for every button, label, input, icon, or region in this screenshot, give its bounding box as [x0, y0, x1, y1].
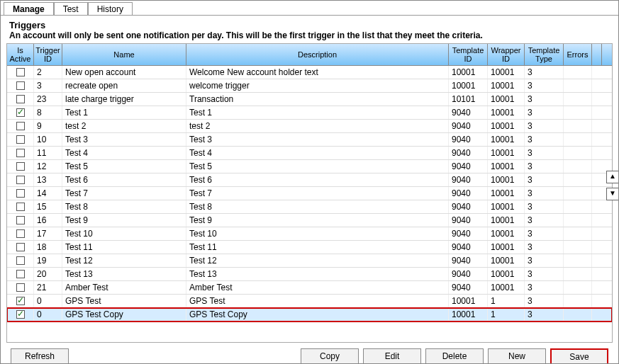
new-button[interactable]: New — [488, 348, 546, 364]
cell-name: Test 7 — [62, 187, 186, 200]
table-row[interactable]: 21Amber TestAmber Test9040100013 — [7, 281, 612, 295]
grid-body[interactable]: 2New open accountWelcome New account hol… — [7, 66, 612, 342]
save-button[interactable]: Save — [550, 348, 608, 364]
cell-template-id: 9040 — [449, 174, 488, 186]
header-name[interactable]: Name — [62, 44, 186, 65]
cell-is-active[interactable] — [7, 66, 34, 79]
checkbox-icon[interactable] — [16, 256, 25, 265]
cell-is-active[interactable] — [7, 93, 34, 106]
cell-description: Test 9 — [186, 214, 449, 227]
cell-is-active[interactable] — [7, 79, 34, 92]
move-down-button[interactable]: ▼ — [606, 188, 619, 200]
checkbox-icon[interactable] — [16, 243, 25, 251]
cell-template-type: 3 — [525, 241, 564, 254]
cell-is-active[interactable] — [7, 174, 34, 186]
checkbox-icon[interactable] — [16, 283, 25, 292]
checkbox-icon[interactable] — [16, 297, 25, 305]
tab-test[interactable]: Test — [54, 2, 88, 15]
cell-errors — [564, 295, 592, 307]
checkbox-icon[interactable] — [16, 135, 25, 144]
cell-wrapper-id: 10001 — [488, 93, 525, 106]
table-row[interactable]: 0GPS Test CopyGPS Test Copy1000113 — [7, 308, 612, 322]
table-row[interactable]: 20Test 13Test 139040100013 — [7, 268, 612, 281]
edit-button[interactable]: Edit — [363, 348, 421, 364]
header-is-active[interactable]: Is Active — [7, 44, 34, 65]
table-row[interactable]: 8Test 1Test 19040100013 — [7, 106, 612, 120]
table-row[interactable]: 23late charge triggerTransaction10101100… — [7, 93, 612, 106]
cell-template-id: 9040 — [449, 120, 488, 132]
checkbox-icon[interactable] — [16, 162, 25, 171]
cell-is-active[interactable] — [7, 187, 34, 200]
checkbox-icon[interactable] — [16, 95, 25, 103]
cell-description: Test 8 — [186, 200, 449, 213]
checkbox-icon[interactable] — [16, 176, 25, 184]
cell-is-active[interactable] — [7, 241, 34, 254]
checkbox-icon[interactable] — [16, 203, 25, 211]
table-row[interactable]: 10Test 3Test 39040100013 — [7, 133, 612, 147]
copy-button[interactable]: Copy — [301, 348, 359, 364]
cell-description: Welcome New account holder text — [186, 66, 449, 79]
cell-is-active[interactable] — [7, 147, 34, 159]
cell-wrapper-id: 10001 — [488, 147, 525, 159]
cell-description: Test 7 — [186, 187, 449, 200]
table-row[interactable]: 14Test 7Test 79040100013 — [7, 187, 612, 200]
cell-is-active[interactable] — [7, 160, 34, 173]
table-row[interactable]: 0GPS TestGPS Test1000113 — [7, 295, 612, 308]
cell-is-active[interactable] — [7, 120, 34, 132]
table-row[interactable]: 15Test 8Test 89040100013 — [7, 200, 612, 214]
cell-is-active[interactable] — [7, 308, 34, 321]
cell-is-active[interactable] — [7, 295, 34, 307]
cell-is-active[interactable] — [7, 214, 34, 227]
checkbox-icon[interactable] — [16, 270, 25, 278]
tab-history[interactable]: History — [88, 2, 133, 15]
checkbox-icon[interactable] — [16, 149, 25, 157]
cell-template-id: 9040 — [449, 254, 488, 267]
cell-is-active[interactable] — [7, 281, 34, 294]
cell-name: late charge trigger — [62, 93, 186, 106]
table-row[interactable]: 13Test 6Test 69040100013 — [7, 174, 612, 187]
cell-wrapper-id: 10001 — [488, 241, 525, 254]
header-trigger-id[interactable]: Trigger ID — [34, 44, 62, 65]
checkbox-icon[interactable] — [16, 229, 25, 238]
table-row[interactable]: 11Test 4Test 49040100013 — [7, 147, 612, 160]
cell-description: Test 1 — [186, 106, 449, 119]
cell-template-id: 9040 — [449, 227, 488, 240]
cell-description: Amber Test — [186, 281, 449, 294]
checkbox-icon[interactable] — [16, 81, 25, 90]
cell-trigger-id: 20 — [34, 268, 62, 280]
header-errors[interactable]: Errors — [564, 44, 592, 65]
cell-is-active[interactable] — [7, 254, 34, 267]
table-row[interactable]: 9test 2test 29040100013 — [7, 120, 612, 133]
cell-is-active[interactable] — [7, 268, 34, 280]
table-row[interactable]: 19Test 12Test 129040100013 — [7, 254, 612, 268]
cell-description: Test 5 — [186, 160, 449, 173]
checkbox-icon[interactable] — [16, 108, 25, 117]
cell-is-active[interactable] — [7, 227, 34, 240]
cell-is-active[interactable] — [7, 200, 34, 213]
table-row[interactable]: 2New open accountWelcome New account hol… — [7, 66, 612, 79]
cell-wrapper-id: 10001 — [488, 254, 525, 267]
cell-is-active[interactable] — [7, 133, 34, 146]
table-row[interactable]: 17Test 10Test 109040100013 — [7, 227, 612, 241]
tab-manage[interactable]: Manage — [4, 2, 54, 15]
checkbox-icon[interactable] — [16, 122, 25, 130]
header-template-id[interactable]: Template ID — [449, 44, 488, 65]
table-row[interactable]: 12Test 5Test 59040100013 — [7, 160, 612, 174]
refresh-button[interactable]: Refresh — [11, 348, 69, 364]
checkbox-icon[interactable] — [16, 310, 25, 319]
table-row[interactable]: 16Test 9Test 99040100013 — [7, 214, 612, 227]
cell-wrapper-id: 1 — [488, 308, 525, 321]
table-row[interactable]: 18Test 11Test 119040100013 — [7, 241, 612, 254]
checkbox-icon[interactable] — [16, 216, 25, 224]
header-description[interactable]: Description — [186, 44, 449, 65]
cell-is-active[interactable] — [7, 106, 34, 119]
header-wrapper-id[interactable]: Wrapper ID — [488, 44, 525, 65]
header-template-type[interactable]: Template Type — [525, 44, 564, 65]
cell-errors — [564, 79, 592, 92]
checkbox-icon[interactable] — [16, 68, 25, 76]
delete-button[interactable]: Delete — [425, 348, 484, 364]
move-up-button[interactable]: ▲ — [606, 171, 619, 183]
cell-template-type: 3 — [525, 147, 564, 159]
table-row[interactable]: 3recreate openwelcome trigger10001100013 — [7, 79, 612, 93]
checkbox-icon[interactable] — [16, 189, 25, 198]
